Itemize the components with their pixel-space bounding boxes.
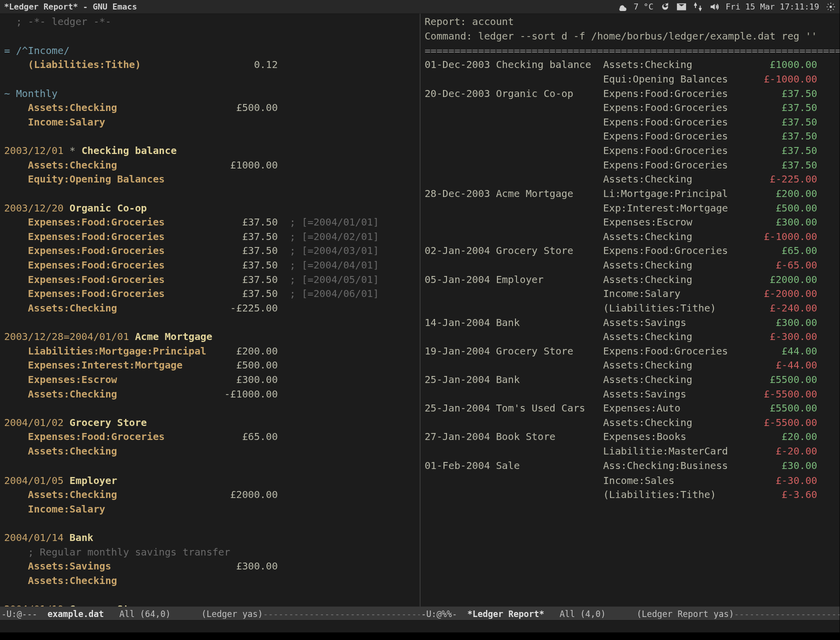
reg-balance: £60.00	[817, 317, 840, 328]
reg-payee: Sale	[496, 460, 603, 472]
posting-account: Expenses:Food:Groceries	[28, 217, 206, 228]
posting-note: ; [=2004/05/01]	[290, 274, 378, 285]
reg-account: Assets:Checking	[603, 274, 746, 285]
reg-payee	[496, 146, 603, 156]
reg-payee	[496, 489, 603, 500]
modeline-left[interactable]: -U:@--- example.dat All (64,0) (Ledger y…	[0, 608, 420, 618]
volume-icon[interactable]	[709, 2, 718, 12]
reg-account: Exp:Interest:Mortgage	[603, 202, 746, 214]
reg-payee: Bank	[496, 374, 603, 386]
posting-account: Expenses:Food:Groceries	[28, 260, 206, 271]
posting-amount: £1000.00	[206, 160, 278, 170]
reg-account: Expens:Food:Groceries	[603, 131, 746, 142]
reg-date	[424, 231, 496, 242]
reg-amount: £44.00	[746, 346, 818, 357]
reg-account: Assets:Checking	[603, 374, 746, 386]
posting-account: Assets:Checking	[28, 489, 206, 500]
posting-amount: £37.50	[206, 217, 278, 228]
reg-account: Assets:Checking	[603, 418, 746, 428]
posting-account: Assets:Checking	[28, 160, 206, 170]
reg-account: Assets:Checking	[603, 174, 746, 185]
reg-balance: £-243.60	[817, 489, 840, 500]
reg-payee	[496, 446, 603, 457]
reg-balance: £112.50	[817, 116, 840, 128]
posting-note: ; [=2004/03/01]	[290, 246, 378, 256]
refresh-icon[interactable]	[660, 2, 670, 12]
posting-account: Expenses:Escrow	[28, 374, 206, 386]
settings-icon[interactable]	[826, 2, 836, 12]
posting-account: Assets:Savings	[28, 560, 206, 572]
reg-amount: £-1000.00	[746, 231, 818, 242]
reg-balance: £200.00	[817, 188, 840, 199]
clock: Fri 15 Mar 17:11:19	[726, 2, 819, 12]
reg-amount: £20.00	[746, 432, 818, 442]
weather-text: 7 °C	[634, 2, 653, 12]
reg-account: Expenses:Escrow	[603, 217, 746, 228]
reg-amount: £37.50	[746, 102, 818, 114]
posting-amount: £500.00	[206, 102, 278, 114]
reg-date	[424, 116, 496, 128]
reg-date	[424, 260, 496, 271]
txn-comment: ; Regular monthly savings transfer	[28, 546, 230, 558]
desktop-top-bar: *Ledger Report* - GNU Emacs 7 °C Fri 15 …	[0, 0, 840, 14]
reg-balance: 0	[817, 260, 840, 271]
reg-balance: £700.00	[817, 202, 840, 214]
reg-balance: £37.50	[817, 88, 840, 99]
reg-account: Assets:Checking	[603, 60, 746, 70]
reg-amount: £-3.60	[746, 489, 818, 500]
reg-date	[424, 102, 496, 114]
posting-account: Expenses:Food:Groceries	[28, 432, 206, 442]
reg-date: 01-Dec-2003	[424, 60, 496, 70]
reg-payee: Acme Mortgage	[496, 188, 603, 199]
posting-amount	[206, 446, 278, 457]
reg-account: Expens:Food:Groceries	[603, 88, 746, 99]
reg-amount: £-225.00	[746, 174, 818, 185]
reg-date: 20-Dec-2003	[424, 88, 496, 99]
reg-balance: £-240.00	[817, 332, 840, 342]
reg-payee: Organic Co-op	[496, 88, 603, 99]
posting-account: Income:Salary	[28, 116, 206, 128]
reg-date	[424, 360, 496, 371]
reg-account: Income:Salary	[603, 288, 746, 300]
ledger-source-buffer[interactable]: ; -*- ledger -*- = /^Income/ (Liabilitie…	[0, 14, 420, 606]
reg-account: Assets:Checking	[603, 231, 746, 242]
reg-payee	[496, 288, 603, 300]
posting-amount: £300.00	[206, 374, 278, 386]
posting-account: Expenses:Interest:Mortgage	[28, 360, 206, 371]
reg-payee	[496, 360, 603, 371]
txn-date: 2004/01/02	[4, 418, 64, 428]
reg-date	[424, 146, 496, 156]
txn-date: 2003/12/28=2004/01/01	[4, 332, 129, 342]
ledger-report-buffer[interactable]: Report: accountCommand: ledger --sort d …	[420, 14, 840, 606]
reg-balance: £-240.00	[817, 388, 840, 400]
txn-payee: Grocery Store	[70, 604, 147, 606]
txn-date: 2004/01/05	[4, 474, 64, 486]
reg-account: Income:Sales	[603, 474, 746, 486]
reg-account: Li:Mortgage:Principal	[603, 188, 746, 199]
reg-balance: £225.00	[817, 160, 840, 170]
reg-amount: £-44.00	[746, 360, 818, 371]
report-divider: ========================================…	[424, 45, 840, 56]
reg-account: Equi:Opening Balances	[603, 74, 746, 84]
reg-balance: 0	[817, 74, 840, 84]
mail-icon[interactable]	[676, 2, 686, 12]
reg-balance: 0	[817, 174, 840, 185]
posting-account: Assets:Checking	[28, 388, 206, 400]
posting-amount: 0.12	[206, 60, 278, 70]
reg-payee	[496, 174, 603, 185]
modeline-right[interactable]: -U:@%%- *Ledger Report* All (4,0) (Ledge…	[420, 608, 840, 618]
posting-amount	[206, 116, 278, 128]
posting-amount: £65.00	[206, 432, 278, 442]
reg-amount: £-20.00	[746, 446, 818, 457]
network-icon[interactable]	[693, 2, 702, 12]
reg-balance: £-240.00	[817, 360, 840, 371]
reg-date	[424, 160, 496, 170]
minibuffer[interactable]	[0, 620, 840, 632]
posting-amount: £2000.00	[206, 489, 278, 500]
reg-payee	[496, 102, 603, 114]
posting-account: Income:Salary	[28, 504, 206, 514]
posting-account: Assets:Checking	[28, 102, 206, 114]
reg-payee	[496, 303, 603, 314]
posting-amount: £37.50	[206, 231, 278, 242]
system-tray: 7 °C Fri 15 Mar 17:11:19	[618, 2, 836, 12]
